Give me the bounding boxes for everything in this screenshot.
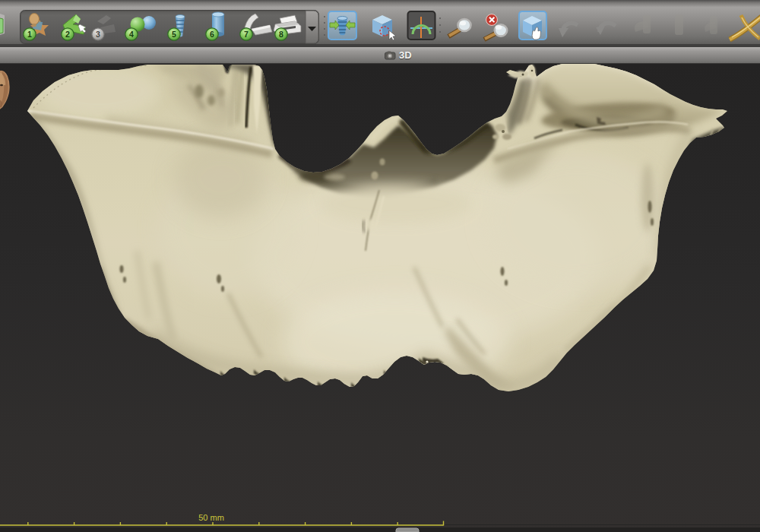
svg-text:1: 1 (27, 30, 32, 39)
svg-text:5: 5 (172, 30, 176, 39)
svg-text:7: 7 (244, 30, 249, 39)
svg-text:8: 8 (279, 30, 283, 39)
svg-text:2: 2 (65, 30, 70, 39)
svg-text:6: 6 (210, 30, 214, 39)
svg-text:50 mm: 50 mm (198, 513, 224, 522)
svg-text:4: 4 (129, 30, 134, 39)
svg-text:3: 3 (96, 30, 100, 39)
